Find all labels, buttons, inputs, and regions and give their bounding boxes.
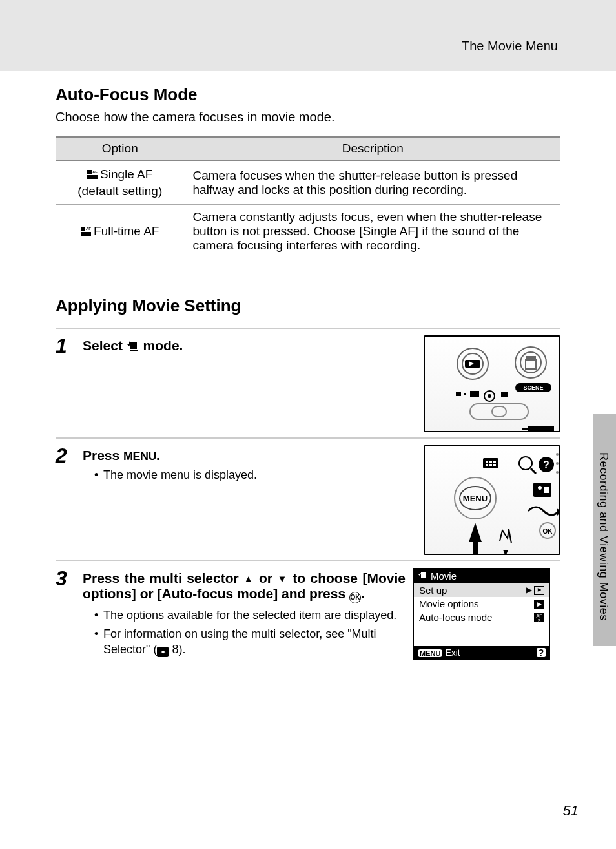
movie-mode-icon xyxy=(127,339,139,355)
svg-rect-8 xyxy=(130,350,138,351)
svg-marker-49 xyxy=(557,508,560,516)
auto-focus-icon: AFS xyxy=(534,613,544,622)
svg-rect-15 xyxy=(526,356,536,359)
auto-focus-table: Option Description AFSingle AF (default … xyxy=(56,136,560,258)
table-row: AFSingle AF (default setting) Camera foc… xyxy=(56,160,560,205)
divider xyxy=(56,560,560,561)
svg-point-40 xyxy=(556,462,559,465)
side-section-label: Recording and Viewing Movies xyxy=(597,452,610,621)
svg-point-47 xyxy=(538,486,542,490)
step1-pre: Select xyxy=(83,338,127,353)
svg-rect-34 xyxy=(493,464,496,466)
svg-rect-30 xyxy=(489,461,492,463)
illustration-mode-dial: SCENE xyxy=(424,335,560,432)
svg-point-39 xyxy=(556,453,559,456)
movie-icon xyxy=(418,571,427,582)
svg-point-20 xyxy=(464,393,466,395)
movie-options-icon: ▶ xyxy=(534,600,544,609)
menu-row-movie-options: Movie options ▶ xyxy=(414,597,549,611)
svg-rect-48 xyxy=(544,487,549,493)
divider xyxy=(56,328,560,329)
svg-text:MENU: MENU xyxy=(463,494,488,503)
svg-text:?: ? xyxy=(543,459,549,470)
svg-rect-28 xyxy=(483,458,498,468)
svg-text:AF: AF xyxy=(92,170,98,174)
svg-rect-4 xyxy=(81,232,91,236)
ok-button-icon: OK xyxy=(349,592,361,603)
svg-rect-7 xyxy=(130,342,137,349)
svg-marker-6 xyxy=(127,341,130,346)
step3-bullet-2: For information on using the multi selec… xyxy=(94,626,406,658)
selection-arrow-icon: ▶ ⚑ xyxy=(526,585,544,595)
svg-text:AF: AF xyxy=(86,227,91,231)
step-3-title: Press the multi selector ▲ or ▼ to choos… xyxy=(83,571,406,603)
menu-row-auto-focus: Auto-focus mode AFS xyxy=(414,611,549,624)
running-header: The Movie Menu xyxy=(56,39,560,54)
footer-help-icon: ? xyxy=(537,648,546,657)
divider xyxy=(56,437,560,439)
menu-row-label: Auto-focus mode xyxy=(419,612,492,623)
step-number: 2 xyxy=(56,445,83,466)
step3-bullet-1: The options available for the selected i… xyxy=(94,607,406,623)
cell-description: Camera constantly adjusts focus, even wh… xyxy=(185,205,560,258)
svg-point-35 xyxy=(519,457,532,470)
step-2-title: Press MENU. xyxy=(83,448,416,463)
step-number: 1 xyxy=(56,335,83,356)
heading-auto-focus-mode: Auto-Focus Mode xyxy=(56,85,560,105)
svg-rect-33 xyxy=(489,464,492,466)
svg-line-36 xyxy=(531,468,536,474)
svg-point-23 xyxy=(488,394,491,398)
footer-menu-label: MENU xyxy=(418,649,442,657)
step-3: 3 Press the multi selector ▲ or ▼ to cho… xyxy=(56,568,560,660)
svg-point-14 xyxy=(520,352,541,373)
bullet2-ref: 8). xyxy=(169,643,185,656)
svg-rect-26 xyxy=(492,406,506,417)
svg-marker-52 xyxy=(503,550,508,555)
intro-text: Choose how the camera focuses in movie m… xyxy=(56,110,560,125)
svg-rect-1 xyxy=(87,175,98,179)
step2-pre: Press xyxy=(83,448,123,463)
footer-exit: Exit xyxy=(445,647,460,658)
movie-menu-screen: Movie Set up ▶ ⚑ Movie options ▶ Auto-fo… xyxy=(413,568,550,660)
page-ref-icon: ✦ xyxy=(157,647,169,657)
step-number: 3 xyxy=(56,568,83,589)
page-number: 51 xyxy=(563,802,579,819)
bullet2-pre: For information on using the multi selec… xyxy=(103,627,376,656)
svg-text:OK: OK xyxy=(543,528,553,535)
step3-text: Press the multi selector ▲ or ▼ to choos… xyxy=(83,571,406,601)
step2-bullet: The movie menu is displayed. xyxy=(94,467,416,483)
menu-row-setup: Set up ▶ ⚑ xyxy=(414,583,549,597)
step-1: 1 Select mode. SCENE xyxy=(56,335,560,432)
svg-rect-54 xyxy=(421,572,426,578)
menu-row-label: Set up xyxy=(419,585,447,596)
cell-option: AFFull-time AF xyxy=(56,205,185,258)
menu-title: Movie xyxy=(431,571,457,582)
svg-marker-45 xyxy=(469,523,482,554)
menu-footer: MENUExit ? xyxy=(414,646,549,659)
up-triangle-icon: ▲ xyxy=(243,573,254,584)
heading-applying-movie-setting: Applying Movie Setting xyxy=(56,296,560,316)
svg-marker-53 xyxy=(418,572,421,576)
svg-rect-21 xyxy=(470,391,479,397)
menu-header: Movie xyxy=(414,569,549,583)
af-s-icon: AF xyxy=(87,170,98,179)
svg-rect-32 xyxy=(486,464,488,466)
table-row: AFFull-time AF Camera constantly adjusts… xyxy=(56,205,560,258)
page-content: The Movie Menu Auto-Focus Mode Choose ho… xyxy=(0,0,616,660)
menu-button-label: MENU xyxy=(123,450,156,463)
svg-rect-24 xyxy=(501,392,508,397)
th-description: Description xyxy=(185,137,560,160)
option-line2: (default setting) xyxy=(77,184,162,198)
down-triangle-icon: ▼ xyxy=(277,573,287,584)
svg-text:SCENE: SCENE xyxy=(523,384,543,391)
cell-option: AFSingle AF (default setting) xyxy=(56,160,185,205)
svg-marker-27 xyxy=(522,426,554,432)
menu-row-label: Movie options xyxy=(419,598,479,609)
svg-rect-19 xyxy=(456,392,461,396)
illustration-menu-button: ? MENU OK xyxy=(424,445,560,555)
svg-point-41 xyxy=(556,471,559,474)
svg-rect-16 xyxy=(526,360,536,369)
option-line1: Full-time AF xyxy=(94,224,159,238)
af-f-icon: AF xyxy=(81,227,91,236)
step1-post: mode. xyxy=(139,338,183,353)
